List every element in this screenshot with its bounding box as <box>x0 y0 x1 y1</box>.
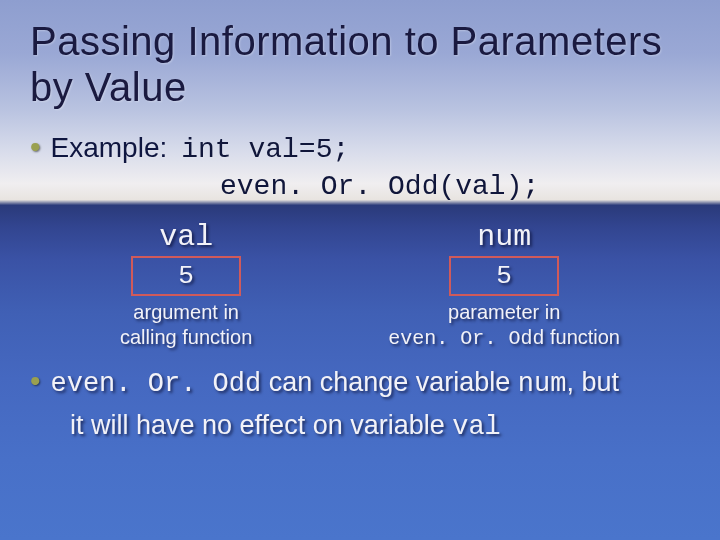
bullet-dot-icon: • <box>30 366 41 396</box>
bullet-example: • Example: int val=5; <box>30 132 690 165</box>
var-num-box: 5 <box>449 256 559 296</box>
code-line-1: int val=5; <box>181 134 349 165</box>
bullet-explanation: • even. Or. Odd can change variable num,… <box>30 365 690 402</box>
variables-row: val 5 argument in calling function num 5… <box>30 220 690 351</box>
variable-num: num 5 parameter in even. Or. Odd functio… <box>388 220 620 351</box>
var-val-caption: argument in calling function <box>120 300 252 350</box>
explanation-line-1: even. Or. Odd can change variable num, b… <box>51 365 619 402</box>
variable-val: val 5 argument in calling function <box>120 220 252 351</box>
var-val-name: val <box>159 220 213 254</box>
var-num-caption: parameter in even. Or. Odd function <box>388 300 620 351</box>
bullet-dot-icon: • <box>30 132 41 162</box>
var-val-box: 5 <box>131 256 241 296</box>
slide-title: Passing Information to Parameters by Val… <box>30 18 690 110</box>
slide: Passing Information to Parameters by Val… <box>0 0 720 540</box>
explanation-line-2: it will have no effect on variable val <box>70 408 690 445</box>
var-num-name: num <box>477 220 531 254</box>
code-line-2: even. Or. Odd(val); <box>220 171 690 202</box>
example-label: Example: <box>51 132 168 164</box>
